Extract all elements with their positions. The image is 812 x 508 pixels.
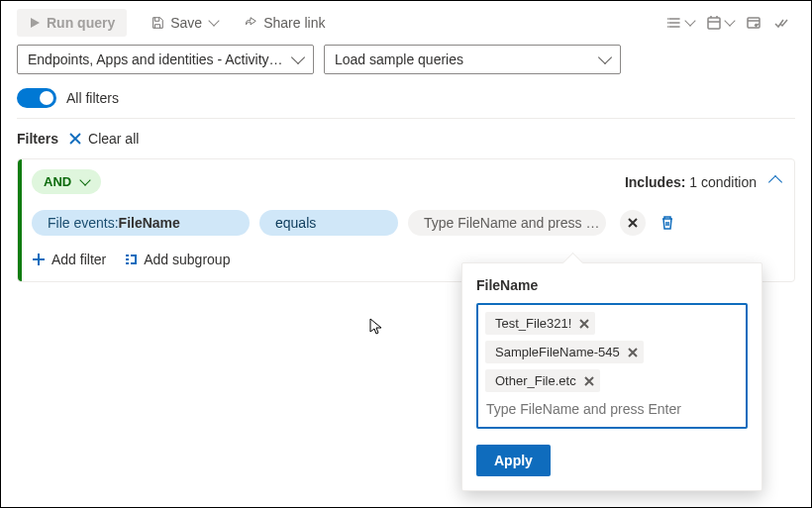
chevron-down-icon bbox=[208, 15, 219, 26]
add-filter-label: Add filter bbox=[51, 252, 106, 267]
share-label: Share link bbox=[263, 15, 325, 31]
share-icon bbox=[244, 16, 257, 30]
close-icon bbox=[68, 132, 82, 146]
tag-label: Test_File321! bbox=[495, 316, 571, 331]
tag-item: Test_File321! bbox=[485, 312, 595, 335]
trash-icon bbox=[660, 215, 675, 231]
sample-queries-dropdown[interactable]: Load sample queries bbox=[324, 45, 621, 74]
chevron-down-icon bbox=[724, 15, 735, 26]
save-label: Save bbox=[170, 15, 202, 31]
chevron-down-icon bbox=[598, 51, 612, 64]
data-source-dropdown[interactable]: Endpoints, Apps and identities - Activit… bbox=[17, 45, 314, 74]
tag-text-input[interactable] bbox=[482, 395, 729, 423]
delete-filter-button[interactable] bbox=[660, 215, 675, 231]
tag-item: SampleFileName-545 bbox=[485, 341, 644, 363]
add-subgroup-button[interactable]: Add subgroup bbox=[124, 252, 230, 267]
apply-label: Apply bbox=[494, 453, 533, 468]
tag-input-box[interactable]: Test_File321! SampleFileName-545 Other_F… bbox=[476, 303, 748, 429]
tag-remove-button[interactable] bbox=[628, 348, 638, 357]
data-source-value: Endpoints, Apps and identities - Activit… bbox=[28, 51, 283, 67]
field-name: FileName bbox=[119, 215, 180, 231]
filters-heading: Filters bbox=[17, 131, 58, 147]
field-pill[interactable]: File events: FileName bbox=[32, 210, 250, 236]
tag-remove-button[interactable] bbox=[579, 319, 589, 329]
value-placeholder: Type FileName and press … bbox=[424, 215, 599, 231]
clear-all-label: Clear all bbox=[88, 131, 139, 147]
popup-title: FileName bbox=[476, 277, 748, 293]
clear-all-button[interactable]: Clear all bbox=[68, 131, 139, 147]
add-filter-button[interactable]: Add filter bbox=[32, 252, 106, 267]
chevron-down-icon bbox=[291, 51, 305, 64]
clear-value-button[interactable] bbox=[620, 210, 646, 236]
cursor-icon bbox=[367, 318, 383, 338]
divider bbox=[17, 118, 795, 119]
run-query-label: Run query bbox=[47, 15, 115, 31]
value-pill[interactable]: Type FileName and press … bbox=[408, 210, 606, 236]
logic-operator-pill[interactable]: AND bbox=[32, 169, 101, 194]
chevron-down-icon bbox=[80, 174, 91, 185]
close-icon bbox=[627, 217, 639, 229]
field-prefix: File events: bbox=[48, 215, 119, 231]
plus-icon bbox=[32, 253, 46, 266]
tag-label: SampleFileName-545 bbox=[495, 345, 620, 359]
includes-text: Includes: 1 condition bbox=[625, 174, 757, 190]
svg-rect-0 bbox=[708, 18, 720, 29]
run-query-button[interactable]: Run query bbox=[17, 9, 127, 37]
panel-icon bbox=[746, 15, 761, 31]
panel-button[interactable] bbox=[740, 11, 767, 35]
apply-button[interactable]: Apply bbox=[476, 445, 551, 476]
save-icon bbox=[151, 16, 164, 30]
all-filters-label: All filters bbox=[66, 90, 119, 106]
add-subgroup-label: Add subgroup bbox=[144, 252, 230, 267]
tag-remove-button[interactable] bbox=[584, 376, 594, 386]
subgroup-icon bbox=[124, 253, 138, 266]
play-icon bbox=[29, 17, 41, 29]
list-icon bbox=[666, 15, 682, 31]
tag-item: Other_File.etc bbox=[485, 369, 600, 392]
check-button[interactable] bbox=[767, 11, 795, 35]
operator-label: equals bbox=[275, 215, 316, 231]
close-icon bbox=[628, 348, 638, 357]
chevron-down-icon bbox=[684, 15, 695, 26]
filename-popup: FileName Test_File321! SampleFileName-54… bbox=[461, 262, 762, 491]
share-button[interactable]: Share link bbox=[234, 9, 335, 37]
chevron-up-icon[interactable] bbox=[768, 174, 782, 188]
calendar-icon bbox=[706, 15, 722, 31]
list-view-button[interactable] bbox=[660, 11, 700, 35]
operator-pill[interactable]: equals bbox=[259, 210, 398, 236]
close-icon bbox=[579, 319, 589, 329]
sample-queries-value: Load sample queries bbox=[335, 51, 463, 67]
all-filters-toggle[interactable] bbox=[17, 88, 56, 108]
tag-label: Other_File.etc bbox=[495, 373, 576, 388]
svg-rect-1 bbox=[748, 18, 760, 28]
double-check-icon bbox=[773, 15, 789, 31]
close-icon bbox=[584, 376, 594, 386]
logic-operator-label: AND bbox=[44, 174, 71, 189]
calendar-button[interactable] bbox=[700, 11, 740, 35]
save-button[interactable]: Save bbox=[141, 9, 228, 37]
